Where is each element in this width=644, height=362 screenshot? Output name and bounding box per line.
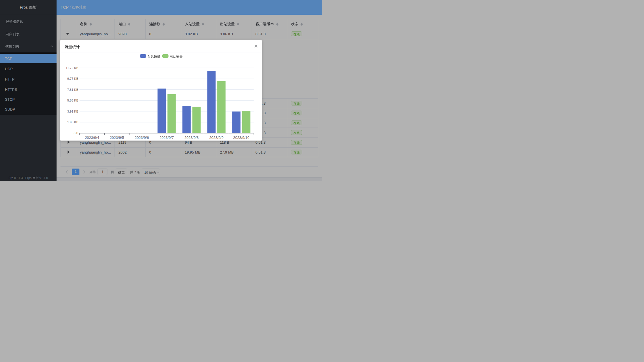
svg-text:2023/9/5: 2023/9/5 xyxy=(110,135,124,140)
svg-text:2023/9/10: 2023/9/10 xyxy=(233,135,249,140)
svg-text:3.91 KB: 3.91 KB xyxy=(67,110,78,113)
svg-text:7.81 KB: 7.81 KB xyxy=(67,88,78,91)
svg-text:1.95 KB: 1.95 KB xyxy=(67,120,78,124)
svg-text:2023/9/4: 2023/9/4 xyxy=(85,135,99,140)
svg-text:2023/9/9: 2023/9/9 xyxy=(209,135,223,140)
svg-text:11.72 KB: 11.72 KB xyxy=(66,66,78,70)
svg-text:0 B: 0 B xyxy=(74,132,78,135)
svg-text:2023/9/8: 2023/9/8 xyxy=(184,135,198,140)
svg-text:9.77 KB: 9.77 KB xyxy=(67,77,78,80)
svg-text:2023/9/7: 2023/9/7 xyxy=(159,135,174,140)
svg-text:2023/9/6: 2023/9/6 xyxy=(135,135,149,140)
svg-text:5.86 KB: 5.86 KB xyxy=(67,99,78,102)
